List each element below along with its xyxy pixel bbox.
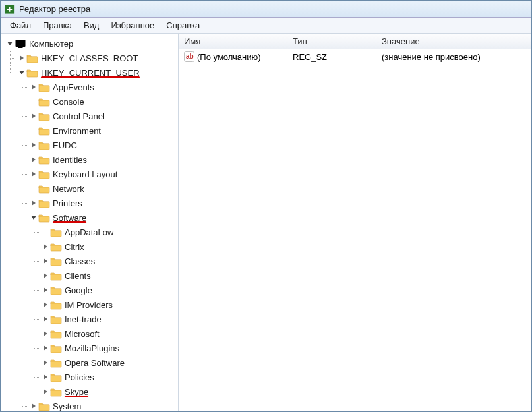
folder-icon bbox=[50, 372, 62, 382]
list-header: Имя Тип Значение bbox=[179, 34, 531, 49]
tree-computer[interactable]: Компьютер bbox=[6, 36, 178, 51]
tree-clients[interactable]: Clients bbox=[42, 268, 178, 283]
expand-icon[interactable] bbox=[42, 316, 49, 323]
expand-icon[interactable] bbox=[30, 142, 37, 149]
col-name[interactable]: Имя bbox=[179, 34, 287, 49]
tree-label: Google bbox=[65, 285, 92, 295]
folder-icon bbox=[38, 125, 50, 136]
tree-software[interactable]: Software bbox=[30, 210, 178, 225]
expand-icon[interactable] bbox=[30, 113, 37, 120]
folder-icon bbox=[38, 169, 50, 179]
folder-icon bbox=[50, 357, 62, 368]
expand-icon[interactable] bbox=[42, 330, 49, 338]
expand-icon[interactable] bbox=[18, 69, 25, 76]
tree-label: Inet-trade bbox=[65, 314, 102, 324]
folder-icon bbox=[26, 53, 38, 63]
tree-keyboardlayout[interactable]: Keyboard Layout bbox=[30, 167, 178, 181]
list-row[interactable]: (По умолчанию) REG_SZ (значение не присв… bbox=[179, 49, 531, 64]
computer-icon bbox=[15, 38, 26, 49]
tree-label: IM Providers bbox=[65, 300, 113, 310]
tree-skype[interactable]: Skype bbox=[42, 384, 178, 399]
folder-icon bbox=[50, 343, 62, 353]
folder-icon bbox=[38, 82, 50, 92]
tree-citrix[interactable]: Citrix bbox=[42, 239, 178, 254]
expand-icon[interactable] bbox=[42, 301, 49, 309]
expand-icon[interactable] bbox=[42, 243, 49, 250]
tree-mozillaplugins[interactable]: MozillaPlugins bbox=[42, 341, 178, 355]
tree-label: Skype bbox=[65, 387, 88, 397]
tree-label: Clients bbox=[65, 271, 91, 281]
expand-icon[interactable] bbox=[42, 258, 49, 265]
tree-label: Opera Software bbox=[65, 358, 125, 368]
tree-inettrade[interactable]: Inet-trade bbox=[42, 312, 178, 326]
menubar: Файл Правка Вид Избранное Справка bbox=[1, 18, 531, 34]
value-list: Имя Тип Значение (По умолчанию) REG_SZ (… bbox=[179, 34, 531, 412]
tree-label: HKEY_CURRENT_USER bbox=[41, 68, 140, 78]
tree-policies[interactable]: Policies bbox=[42, 370, 178, 384]
folder-icon bbox=[38, 183, 50, 194]
folder-icon bbox=[38, 111, 50, 121]
expand-icon[interactable] bbox=[42, 388, 49, 396]
tree-network[interactable]: Network bbox=[30, 181, 178, 196]
value-data: (значение не присвоено) bbox=[376, 51, 531, 63]
expand-icon[interactable] bbox=[42, 359, 49, 367]
folder-icon bbox=[50, 241, 62, 252]
col-value[interactable]: Значение bbox=[376, 34, 531, 49]
tree-label: Network bbox=[53, 184, 84, 194]
tree-controlpanel[interactable]: Control Panel bbox=[30, 109, 178, 123]
tree-label: Policies bbox=[65, 372, 94, 382]
menu-file[interactable]: Файл bbox=[5, 19, 36, 32]
tree-label: Компьютер bbox=[29, 39, 73, 49]
tree-hkcu[interactable]: HKEY_CURRENT_USER bbox=[18, 65, 178, 80]
tree-console[interactable]: Console bbox=[30, 94, 178, 109]
folder-icon bbox=[26, 67, 38, 78]
folder-icon bbox=[50, 285, 62, 295]
folder-icon bbox=[50, 227, 62, 237]
tree-appevents[interactable]: AppEvents bbox=[30, 80, 178, 94]
expand-icon[interactable] bbox=[42, 374, 49, 381]
expand-icon[interactable] bbox=[30, 156, 37, 163]
tree-operasoftware[interactable]: Opera Software bbox=[42, 355, 178, 370]
tree-label: AppDataLow bbox=[65, 227, 113, 237]
tree-label: EUDC bbox=[53, 140, 77, 150]
expand-icon[interactable] bbox=[42, 272, 49, 280]
folder-icon bbox=[38, 198, 50, 208]
expand-icon[interactable] bbox=[30, 171, 37, 178]
folder-icon bbox=[38, 140, 50, 150]
tree-label: Identities bbox=[53, 155, 87, 165]
tree-google[interactable]: Google bbox=[42, 283, 178, 297]
tree-appdatalow[interactable]: AppDataLow bbox=[42, 225, 178, 239]
expand-icon[interactable] bbox=[30, 84, 37, 91]
tree-hkcr[interactable]: HKEY_CLASSES_ROOT bbox=[18, 51, 178, 65]
tree-panel[interactable]: Компьютер HKEY_CLASSES_ROOT bbox=[1, 34, 179, 412]
tree-label: Classes bbox=[65, 256, 95, 266]
menu-help[interactable]: Справка bbox=[161, 19, 205, 32]
folder-icon bbox=[50, 386, 62, 397]
tree-label: Software bbox=[53, 213, 86, 223]
tree-printers[interactable]: Printers bbox=[30, 196, 178, 210]
menu-view[interactable]: Вид bbox=[78, 19, 105, 32]
expand-icon[interactable] bbox=[30, 200, 37, 207]
tree-label: Microsoft bbox=[65, 329, 100, 339]
col-type[interactable]: Тип bbox=[287, 34, 376, 49]
tree-microsoft[interactable]: Microsoft bbox=[42, 326, 178, 341]
tree-system[interactable]: System bbox=[30, 399, 178, 412]
expand-icon[interactable] bbox=[6, 40, 13, 47]
string-value-icon bbox=[184, 51, 194, 62]
expand-icon[interactable] bbox=[30, 214, 37, 221]
menu-edit[interactable]: Правка bbox=[38, 19, 77, 32]
expand-icon[interactable] bbox=[18, 55, 25, 62]
folder-icon bbox=[38, 96, 50, 107]
menu-favorites[interactable]: Избранное bbox=[105, 19, 160, 32]
expand-icon[interactable] bbox=[30, 403, 37, 410]
tree-label: Keyboard Layout bbox=[53, 169, 117, 179]
tree-eudc[interactable]: EUDC bbox=[30, 138, 178, 152]
tree-label: System bbox=[53, 401, 81, 411]
tree-improviders[interactable]: IM Providers bbox=[42, 297, 178, 312]
tree-label: AppEvents bbox=[53, 82, 94, 92]
expand-icon[interactable] bbox=[42, 287, 49, 294]
tree-identities[interactable]: Identities bbox=[30, 152, 178, 167]
expand-icon[interactable] bbox=[42, 345, 49, 352]
tree-classes[interactable]: Classes bbox=[42, 254, 178, 268]
tree-environment[interactable]: Environment bbox=[30, 123, 178, 138]
